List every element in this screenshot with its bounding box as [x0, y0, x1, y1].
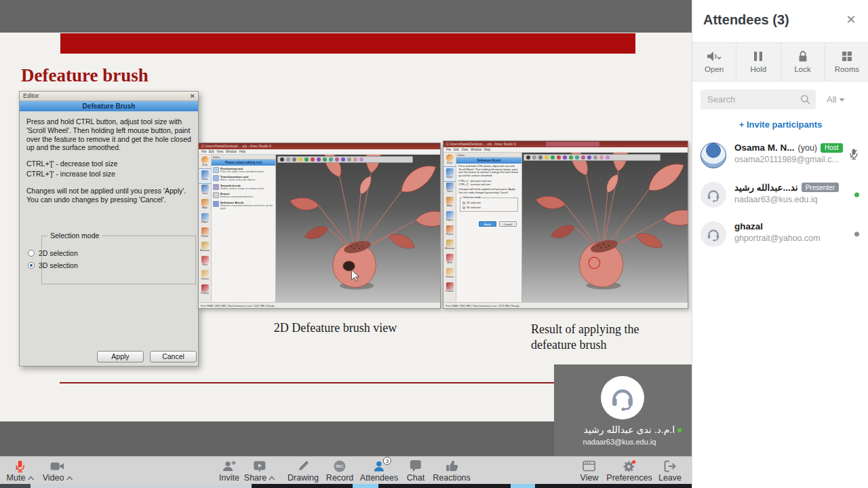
tool-list-item: Positioning toolPlace the object onto co… — [212, 166, 275, 174]
pencil-icon — [296, 459, 310, 473]
editor-dialog-image: Editor ✕ Defeature Brush Press and hold … — [19, 91, 199, 367]
viewport-tool-icon — [538, 155, 542, 159]
viewport-toolbar — [277, 156, 413, 163]
filter-dropdown[interactable]: All — [827, 94, 845, 105]
thumbs-up-icon — [445, 459, 458, 473]
panel-action-bar: Open Hold Lock — [692, 42, 868, 81]
viewport-tool-icon — [292, 157, 296, 162]
viewport-tool-icon — [323, 157, 327, 162]
rooms-grid-icon — [841, 50, 853, 62]
dialog-ctrl-increase: CTRL+']' - increase tool size — [26, 170, 191, 179]
avatar — [701, 182, 726, 208]
viewport-tool-icon — [569, 155, 573, 159]
rail-item-align: Align — [199, 198, 211, 212]
video-button[interactable]: Video — [43, 459, 73, 483]
viewport-tool-icon — [599, 155, 604, 159]
drawing-button[interactable]: Drawing — [288, 459, 319, 483]
mic-muted-icon — [848, 148, 859, 163]
pause-icon — [753, 50, 764, 62]
gear-icon — [622, 459, 637, 473]
dialog-titlebar: Editor ✕ — [20, 92, 198, 101]
close-icon: ✕ — [190, 92, 195, 100]
chevron-up-icon[interactable] — [66, 476, 73, 481]
speaker-caret-icon — [706, 50, 722, 62]
search-row: All — [701, 90, 861, 109]
tool-list: Positioning toolPlace the object onto co… — [212, 166, 275, 210]
share-play-icon — [253, 459, 267, 473]
selection-mode-group: Selection mode 2D selection 3D selection — [460, 198, 518, 212]
attendees-panel: Attendees (3) ✕ Open Hold — [692, 0, 868, 488]
menu-bar: File Edit View Window Help — [443, 147, 688, 153]
chat-button[interactable]: Chat — [407, 459, 425, 483]
attendees-count-badge: 3 — [383, 457, 391, 465]
side-rail: ScanEditorToolsAlignEdgesRepairMeasureMu… — [443, 153, 456, 302]
viewport-tool-icon — [341, 157, 345, 162]
viewport-tool-icon — [298, 157, 302, 162]
panel-header: Please select editing tool — [212, 159, 275, 166]
online-dot — [677, 428, 682, 432]
plant-model — [276, 155, 440, 302]
viewport-tool-icon — [286, 157, 290, 162]
viewport-tool-icon — [587, 155, 591, 159]
viewport-tool-icon — [563, 155, 567, 159]
chevron-up-icon[interactable] — [269, 476, 275, 481]
meeting-toolbar: Mute Video — [0, 456, 692, 484]
presenter-avatar — [601, 376, 644, 419]
attendee-row-osama[interactable]: Osama M. N... (you) Host osama20111989@g… — [692, 136, 868, 175]
meeting-app-window: Defeature brush Editor ✕ Defeature Brush… — [0, 0, 868, 488]
camera-icon — [50, 459, 65, 473]
slide-title: Defeature brush — [21, 65, 149, 86]
record-button[interactable]: REC Record — [326, 459, 353, 483]
attendee-name: ghazal — [734, 221, 763, 231]
invite-button[interactable]: Invite — [219, 459, 239, 483]
rooms-button[interactable]: Rooms — [825, 43, 868, 81]
presenter-video-tile[interactable]: ا.م.د. ندى عبدالله رشيد nadaar63@kus.edu… — [554, 364, 692, 456]
view-button[interactable]: View — [580, 459, 599, 483]
radio-checked-icon — [28, 262, 35, 269]
reactions-button[interactable]: Reactions — [433, 459, 471, 483]
svg-text:REC: REC — [336, 464, 344, 468]
hold-button[interactable]: Hold — [736, 43, 781, 81]
rail-item-publish: Publish — [443, 281, 456, 295]
preferences-button[interactable]: Preferences — [606, 459, 652, 483]
viewport-tool-icon — [557, 155, 561, 159]
rail-item-multi: Multi — [443, 252, 456, 267]
tool-list-item: EraserRemove unwanted elements — [212, 191, 275, 199]
tool-list-item: Transformation toolMove, rotate and scal… — [212, 174, 275, 182]
away-dot — [854, 232, 859, 237]
rail-item-tools: Tools — [443, 181, 456, 195]
radio-2d-selection: 2D selection — [28, 249, 78, 257]
close-icon[interactable]: ✕ — [845, 14, 857, 26]
invite-participants-link[interactable]: + Invite participants — [692, 119, 868, 130]
viewport-tool-icon — [551, 155, 555, 159]
viewport-tool-icon — [335, 157, 339, 162]
presenter-email: nadaar63@kus.edu.iq — [554, 438, 685, 446]
window-body: ScanEditorToolsAlignEdgesRepairMeasureMu… — [443, 153, 688, 302]
chevron-up-icon[interactable] — [27, 476, 34, 481]
slide-bottom-red-line — [60, 382, 557, 383]
attendee-row-ghazal[interactable]: ghazal ghportrait@yahoo.com — [692, 214, 868, 254]
attendee-row-nada[interactable]: ند...عبدالله رشيد Presenter nadaar63@kus… — [692, 175, 868, 214]
panel-apply-note: Changes will not be applied until you pr… — [458, 188, 519, 194]
viewport-tool-icon — [311, 157, 315, 162]
attendees-button[interactable]: 3 Attendees — [360, 459, 398, 483]
open-button[interactable]: Open — [692, 43, 736, 81]
headset-icon — [706, 187, 721, 202]
caption-right: Result of applying the defeature brush — [531, 322, 670, 354]
leave-button[interactable]: Leave — [658, 459, 682, 483]
mute-button[interactable]: Mute — [7, 459, 35, 483]
selection-mode-legend: Selection mode — [47, 231, 102, 240]
share-button[interactable]: Share — [244, 459, 275, 483]
viewport-tool-icon — [545, 155, 549, 159]
search-input[interactable] — [701, 90, 816, 109]
dialog-ctrl-decrease: CTRL+'[' - decrease tool size — [26, 159, 191, 168]
headset-icon — [609, 384, 636, 411]
viewport-tool-icon — [532, 155, 536, 159]
panel-ctrl2: CTRL+']' - increase tool size — [458, 183, 519, 187]
rail-item-edges: Edges — [199, 212, 211, 226]
viewport-tool-icon — [359, 157, 363, 162]
slide-top-red-bar — [60, 33, 635, 54]
presenter-name: ا.م.د. ندى عبدالله رشيد — [583, 424, 675, 435]
person-icon: 3 — [372, 459, 386, 473]
lock-button[interactable]: Lock — [781, 43, 825, 81]
